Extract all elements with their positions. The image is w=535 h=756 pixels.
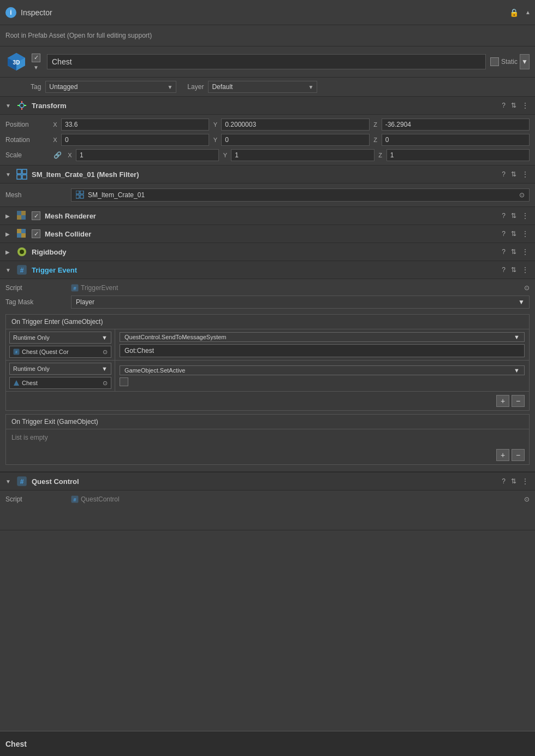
rotation-z-field[interactable] bbox=[382, 134, 530, 146]
tagmask-label: Tag Mask bbox=[5, 298, 71, 306]
transform-settings-btn[interactable]: ⇅ bbox=[510, 102, 518, 109]
unity-cube-icon: 3D bbox=[5, 51, 27, 73]
mesh-filter-icon bbox=[16, 169, 27, 180]
mesh-filter-settings-btn[interactable]: ⇅ bbox=[510, 170, 518, 178]
trigger-event-more-btn[interactable]: ⋮ bbox=[521, 266, 530, 274]
mesh-collider-header[interactable]: ▶ Mesh Collider ? ⇅ ⋮ bbox=[0, 225, 535, 243]
mesh-collider-help-btn[interactable]: ? bbox=[501, 230, 507, 238]
object-ref-2-target[interactable]: ⊙ bbox=[103, 380, 108, 387]
mesh-collider-settings-btn[interactable]: ⇅ bbox=[510, 230, 518, 238]
rotation-x-field[interactable] bbox=[61, 134, 209, 146]
quest-control-section: ▼ # Quest Control ? ⇅ ⋮ Script # QuestCo… bbox=[0, 472, 535, 530]
rotation-y-field[interactable] bbox=[221, 134, 369, 146]
trigger-event-settings-btn[interactable]: ⇅ bbox=[510, 266, 518, 274]
trigger-exit-add-btn[interactable]: + bbox=[496, 449, 509, 461]
object-ref-1-target[interactable]: ⊙ bbox=[103, 349, 108, 356]
mesh-renderer-help-btn[interactable]: ? bbox=[501, 212, 507, 220]
trigger-exit-remove-btn[interactable]: − bbox=[512, 449, 525, 461]
mesh-filter-collapse-icon: ▼ bbox=[5, 172, 12, 178]
function-dropdown-1[interactable]: QuestControl.SendToMessageSystem ▼ bbox=[120, 332, 525, 342]
mesh-renderer-settings-btn[interactable]: ⇅ bbox=[510, 212, 518, 220]
position-x-field[interactable] bbox=[61, 119, 209, 131]
tagmask-dropdown[interactable]: Player ▼ bbox=[71, 296, 530, 309]
static-label: Static bbox=[501, 58, 518, 66]
rotation-z-label: Z bbox=[372, 137, 379, 143]
runtime-dropdown-2[interactable]: Runtime Only ▼ bbox=[9, 363, 111, 375]
quest-control-settings-btn[interactable]: ⇅ bbox=[510, 477, 518, 485]
transform-section-header[interactable]: ▼ Transform ? ⇅ ⋮ bbox=[0, 97, 535, 115]
trigger-script-target-icon[interactable]: ⊙ bbox=[524, 284, 530, 292]
svg-rect-11 bbox=[22, 169, 27, 174]
mesh-filter-actions: ? ⇅ ⋮ bbox=[501, 170, 530, 178]
transform-more-btn[interactable]: ⋮ bbox=[521, 102, 530, 109]
object-active-checkbox[interactable] bbox=[32, 54, 40, 62]
trigger-event-body: Script # TriggerEvent ⊙ Tag Mask Player … bbox=[0, 279, 535, 472]
mesh-target-icon[interactable]: ⊙ bbox=[519, 191, 525, 199]
mesh-collider-actions: ? ⇅ ⋮ bbox=[501, 230, 530, 238]
svg-rect-24 bbox=[17, 233, 21, 238]
static-dropdown-btn[interactable]: ▼ bbox=[520, 54, 530, 69]
scale-z-field[interactable] bbox=[387, 149, 530, 161]
rigidbody-settings-btn[interactable]: ⇅ bbox=[510, 248, 518, 256]
layer-dropdown[interactable]: Default ▼ bbox=[208, 81, 317, 93]
scale-link-icon[interactable]: 🔗 bbox=[54, 151, 62, 159]
inspector-title: Inspector bbox=[21, 8, 52, 17]
object-ref-1: # Chest (Quest Cor ⊙ bbox=[9, 346, 111, 358]
bool-checkbox-field[interactable] bbox=[120, 377, 128, 386]
svg-rect-14 bbox=[76, 191, 79, 194]
rigidbody-title: Rigidbody bbox=[32, 248, 496, 256]
trigger-event-actions: ? ⇅ ⋮ bbox=[501, 266, 530, 274]
lock-icon[interactable]: 🔒 bbox=[509, 8, 519, 17]
trigger-enter-entry-2-left: Runtime Only ▼ Chest ⊙ bbox=[6, 361, 115, 391]
expand-arrow-icon[interactable]: ▼ bbox=[33, 64, 39, 70]
trigger-enter-remove-btn[interactable]: − bbox=[512, 395, 525, 407]
svg-text:#: # bbox=[73, 286, 76, 291]
mesh-filter-header[interactable]: ▼ SM_Item_Crate_01 (Mesh Filter) ? ⇅ ⋮ bbox=[0, 166, 535, 184]
scale-x-field[interactable] bbox=[76, 149, 219, 161]
scale-y-field[interactable] bbox=[231, 149, 374, 161]
quest-control-more-btn[interactable]: ⋮ bbox=[521, 477, 530, 485]
quest-control-icon: # bbox=[16, 476, 27, 487]
mesh-collider-checkbox[interactable] bbox=[32, 229, 40, 238]
mesh-renderer-title: Mesh Renderer bbox=[45, 212, 496, 220]
svg-text:#: # bbox=[20, 267, 24, 274]
mesh-collider-title: Mesh Collider bbox=[45, 230, 496, 238]
object-ref-1-text: Chest (Quest Cor bbox=[22, 349, 69, 355]
trigger-event-help-btn[interactable]: ? bbox=[501, 266, 507, 274]
rigidbody-header[interactable]: ▶ Rigidbody ? ⇅ ⋮ bbox=[0, 243, 535, 261]
mesh-renderer-checkbox[interactable] bbox=[32, 211, 40, 220]
trigger-event-header[interactable]: ▼ # Trigger Event ? ⇅ ⋮ bbox=[0, 261, 535, 279]
quest-script-target-icon[interactable]: ⊙ bbox=[524, 495, 530, 503]
mesh-renderer-icon bbox=[16, 210, 27, 221]
mesh-collider-more-btn[interactable]: ⋮ bbox=[521, 230, 530, 238]
rigidbody-more-btn[interactable]: ⋮ bbox=[521, 248, 530, 256]
object-ref-2-icon bbox=[13, 380, 20, 386]
position-y-field[interactable] bbox=[221, 119, 369, 131]
event-string-field-1[interactable] bbox=[120, 344, 525, 357]
mesh-filter-help-btn[interactable]: ? bbox=[501, 170, 507, 178]
function-dropdown-2[interactable]: GameObject.SetActive ▼ bbox=[120, 365, 525, 375]
layer-dropdown-arrow: ▼ bbox=[308, 84, 313, 90]
mesh-filter-more-btn[interactable]: ⋮ bbox=[521, 170, 530, 178]
quest-control-title: Quest Control bbox=[32, 477, 496, 486]
mesh-property-row: Mesh SM_Item_Crate_01 ⊙ bbox=[5, 187, 530, 203]
quest-control-header[interactable]: ▼ # Quest Control ? ⇅ ⋮ bbox=[0, 472, 535, 491]
mesh-renderer-header[interactable]: ▶ Mesh Renderer ? ⇅ ⋮ bbox=[0, 207, 535, 225]
static-checkbox[interactable] bbox=[490, 57, 499, 66]
rigidbody-help-btn[interactable]: ? bbox=[501, 248, 507, 256]
trigger-enter-add-btn[interactable]: + bbox=[496, 395, 509, 407]
tag-dropdown[interactable]: Untagged ▼ bbox=[45, 81, 176, 93]
mesh-renderer-more-btn[interactable]: ⋮ bbox=[521, 212, 530, 220]
trigger-enter-buttons: + − bbox=[6, 392, 529, 410]
quest-control-help-btn[interactable]: ? bbox=[501, 477, 507, 485]
position-z-field[interactable] bbox=[382, 119, 530, 131]
svg-text:#: # bbox=[73, 497, 76, 503]
info-icon: i bbox=[5, 7, 16, 18]
runtime-dropdown-1[interactable]: Runtime Only ▼ bbox=[9, 332, 111, 344]
object-name-field[interactable] bbox=[47, 54, 486, 69]
trigger-script-name: TriggerEvent bbox=[81, 284, 118, 292]
object-ref-2-text: Chest bbox=[22, 380, 38, 386]
svg-rect-15 bbox=[80, 191, 84, 194]
trigger-enter-entry-1: Runtime Only ▼ # Chest (Quest Cor ⊙ bbox=[6, 329, 529, 361]
transform-help-btn[interactable]: ? bbox=[501, 102, 507, 109]
